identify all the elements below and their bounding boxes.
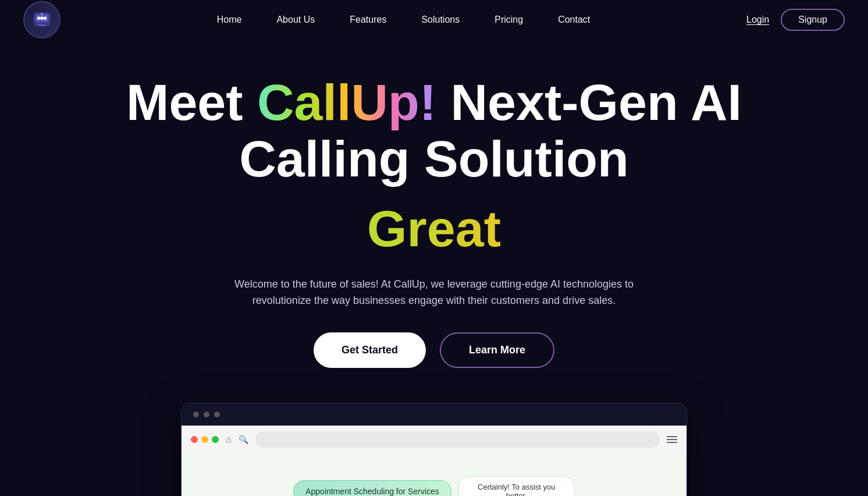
- chrome-menu-icon: [667, 436, 677, 443]
- browser-content: Appointment Scheduling for Services Cert…: [182, 454, 686, 496]
- chrome-controls: [191, 436, 219, 443]
- chat-bubble-response: Certainly! To assist you better.: [458, 476, 575, 496]
- chat-bubble-appointment: Appointment Scheduling for Services: [293, 480, 451, 496]
- browser-chrome: ⌂ 🔍: [182, 426, 686, 454]
- hero-subtitle: Welcome to the future of sales! At CallU…: [230, 276, 638, 310]
- hero-line-2: Calling Solution: [23, 131, 845, 187]
- hero-brand: CallUp!: [257, 73, 436, 131]
- nav-links: Home About Us Features Solutions Pricing…: [217, 15, 590, 25]
- svg-point-7: [40, 13, 43, 15]
- get-started-button[interactable]: Get Started: [314, 332, 426, 368]
- nav-item-pricing[interactable]: Pricing: [495, 15, 523, 25]
- chrome-close-dot: [191, 436, 198, 443]
- nav-item-features[interactable]: Features: [350, 15, 386, 25]
- nav-item-solutions[interactable]: Solutions: [421, 15, 460, 25]
- svg-point-4: [44, 17, 47, 20]
- hero-headline: Meet CallUp! Next-Gen AI Calling Solutio…: [23, 75, 845, 187]
- hero-prefix: Meet: [126, 73, 257, 131]
- browser-dot-2: [204, 412, 209, 417]
- browser-mockup-wrapper: ⌂ 🔍 Appointment Scheduling for Services …: [23, 403, 845, 496]
- logo[interactable]: [23, 1, 61, 38]
- svg-point-2: [37, 17, 40, 20]
- browser-mockup: ⌂ 🔍 Appointment Scheduling for Services …: [181, 403, 687, 496]
- nav-item-contact[interactable]: Contact: [558, 15, 590, 25]
- hero-suffix: Next-Gen AI: [436, 73, 742, 131]
- learn-more-button[interactable]: Learn More: [440, 332, 554, 368]
- hero-section: Meet CallUp! Next-Gen AI Calling Solutio…: [0, 40, 868, 496]
- browser-topbar: [182, 403, 686, 426]
- logo-icon: [23, 1, 61, 38]
- login-button[interactable]: Login: [746, 15, 769, 25]
- hero-animated-word: Great: [23, 199, 845, 258]
- browser-dot-3: [214, 412, 220, 417]
- chrome-home-icon: ⌂: [226, 434, 232, 445]
- svg-rect-6: [38, 24, 46, 26]
- hero-line-1: Meet CallUp! Next-Gen AI: [23, 75, 845, 131]
- chrome-minimize-dot: [201, 436, 208, 443]
- nav-auth: Login Signup: [746, 9, 845, 31]
- browser-dot-1: [193, 412, 199, 417]
- signup-button[interactable]: Signup: [781, 9, 845, 31]
- chrome-search-icon: 🔍: [239, 435, 248, 444]
- svg-rect-5: [40, 22, 44, 25]
- nav-item-home[interactable]: Home: [217, 15, 242, 25]
- nav-item-about[interactable]: About Us: [276, 15, 315, 25]
- svg-point-3: [40, 17, 43, 20]
- navbar: Home About Us Features Solutions Pricing…: [0, 0, 868, 40]
- chrome-maximize-dot: [212, 436, 219, 443]
- chrome-address-bar: [255, 431, 660, 448]
- hero-cta-buttons: Get Started Learn More: [23, 332, 845, 368]
